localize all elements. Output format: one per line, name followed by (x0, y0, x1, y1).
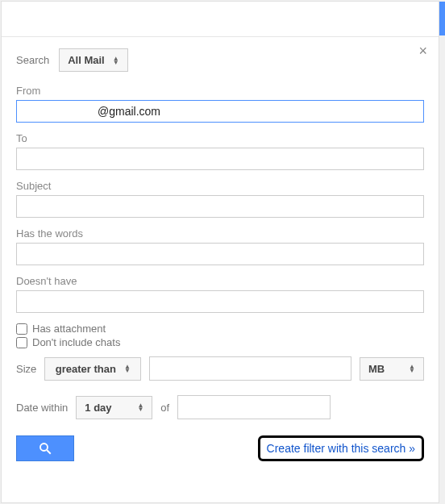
search-button[interactable] (16, 435, 74, 461)
date-range-value: 1 day (85, 402, 111, 414)
size-comparator-dropdown[interactable]: greater than ▲▼ (44, 357, 141, 381)
date-within-label: Date within (16, 402, 68, 414)
to-input[interactable] (16, 148, 424, 170)
has-attachment-checkbox[interactable] (16, 323, 27, 335)
has-attachment-label: Has attachment (32, 323, 106, 335)
close-icon[interactable]: × (418, 44, 427, 58)
has-words-input[interactable] (16, 243, 424, 265)
svg-line-1 (47, 450, 51, 454)
size-comparator-value: greater than (56, 363, 116, 375)
search-bar-placeholder (2, 2, 439, 37)
search-label: Search (16, 54, 49, 66)
to-label: To (16, 132, 424, 144)
date-input[interactable] (177, 395, 331, 419)
sort-arrows-icon: ▲▼ (124, 364, 131, 373)
sort-arrows-icon: ▲▼ (137, 403, 143, 411)
search-scope-dropdown[interactable]: All Mail ▲▼ (59, 48, 127, 72)
search-icon (38, 441, 52, 456)
doesnt-have-label: Doesn't have (16, 275, 424, 287)
svg-point-0 (40, 444, 48, 451)
no-chats-checkbox[interactable] (16, 337, 27, 348)
search-scope-value: All Mail (68, 54, 105, 66)
size-unit-value: MB (368, 363, 385, 375)
sort-arrows-icon: ▲▼ (113, 56, 119, 65)
sort-arrows-icon: ▲▼ (409, 364, 415, 373)
from-label: From (16, 85, 424, 97)
size-label: Size (16, 363, 36, 375)
no-chats-label: Don't include chats (32, 336, 120, 348)
subject-label: Subject (16, 180, 424, 192)
create-filter-link[interactable]: Create filter with this search » (258, 435, 424, 461)
size-unit-dropdown[interactable]: MB ▲▼ (360, 357, 424, 381)
edge-accent (439, 2, 445, 35)
date-of-label: of (160, 402, 169, 414)
subject-input[interactable] (16, 195, 424, 218)
has-words-label: Has the words (16, 227, 424, 240)
date-range-dropdown[interactable]: 1 day ▲▼ (76, 396, 152, 419)
size-value-input[interactable] (149, 356, 351, 381)
search-options-panel: × Search All Mail ▲▼ From To Subject Has… (1, 1, 439, 503)
from-input[interactable] (16, 100, 424, 123)
doesnt-have-input[interactable] (16, 290, 424, 313)
